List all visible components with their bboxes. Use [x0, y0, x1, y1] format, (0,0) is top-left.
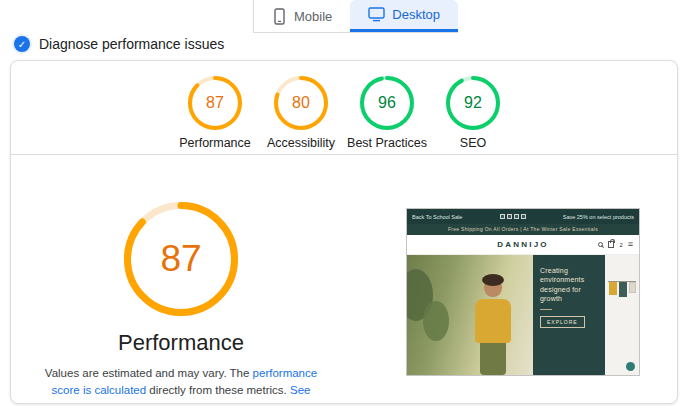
category-score-accessibility[interactable]: 80 Accessibility [258, 75, 344, 150]
performance-description: Values are estimated and may vary. The p… [34, 365, 329, 404]
tab-mobile[interactable]: Mobile [254, 0, 350, 32]
hamburger-menu-icon: ≡ [628, 240, 633, 249]
child-photo-figure [473, 277, 513, 375]
performance-score: 87 [187, 75, 243, 131]
preview-sub-banner: Free Shipping On All Orders | At The Win… [407, 224, 639, 235]
tab-desktop[interactable]: Desktop [350, 0, 458, 32]
diagnose-row: ✓ Diagnose performance issues [14, 36, 224, 52]
performance-heading: Performance [11, 330, 351, 356]
accessibility-label: Accessibility [258, 136, 344, 150]
search-icon [598, 242, 603, 247]
best-practices-label: Best Practices [344, 136, 430, 150]
diagnose-toggle-icon[interactable]: ✓ [14, 36, 30, 52]
best-practices-score: 96 [359, 75, 415, 131]
preview-banner-right-text: Save 25% on select products [563, 214, 634, 220]
plant-decoration [423, 301, 449, 341]
accessibility-gauge: 80 [273, 75, 329, 131]
preview-top-banner: Back To School Sale Save 25% on select p… [407, 209, 639, 224]
performance-section: 87 Performance Values are estimated and … [11, 161, 351, 404]
preview-brand-logo: DANNIJO [497, 240, 548, 249]
report-card: 87 Performance 80 Accessibility 96 Best … [10, 60, 678, 404]
mobile-phone-icon [272, 8, 287, 25]
diagnose-label: Diagnose performance issues [39, 36, 224, 52]
performance-gauge: 87 [187, 75, 243, 131]
preview-nav-icons: 2 ≡ [598, 240, 633, 249]
seo-label: SEO [430, 136, 516, 150]
best-practices-gauge: 96 [359, 75, 415, 131]
chat-widget-icon [626, 362, 635, 371]
preview-banner-left-text: Back To School Sale [412, 214, 462, 220]
preview-hero-title: Creating environments designed for growt… [533, 255, 605, 304]
preview-hero-photo: Creating environments designed for growt… [407, 255, 639, 375]
preview-explore-button: EXPLORE [540, 316, 585, 328]
main-performance-gauge: 87 [123, 201, 239, 317]
category-score-performance[interactable]: 87 Performance [172, 75, 258, 150]
performance-label: Performance [172, 136, 258, 150]
description-text-1: Values are estimated and may vary. The [45, 367, 253, 379]
category-scores: 87 Performance 80 Accessibility 96 Best … [11, 61, 677, 150]
category-score-best-practices[interactable]: 96 Best Practices [344, 75, 430, 150]
tab-desktop-label: Desktop [392, 7, 440, 22]
clothes-rack [605, 255, 639, 375]
desktop-monitor-icon [368, 7, 385, 22]
card-divider [11, 154, 677, 155]
preview-cart-count: 2 [619, 242, 622, 248]
description-text-2: directly from these metrics. [146, 384, 290, 396]
preview-nav-bar: DANNIJO 2 ≡ [407, 235, 639, 255]
countdown-boxes-icon [499, 214, 527, 219]
seo-gauge: 92 [445, 75, 501, 131]
main-performance-score: 87 [123, 201, 239, 317]
seo-score: 92 [445, 75, 501, 131]
accessibility-score: 80 [273, 75, 329, 131]
page-screenshot-preview: Back To School Sale Save 25% on select p… [406, 208, 640, 376]
tab-mobile-label: Mobile [294, 9, 332, 24]
preview-hero-panel: Creating environments designed for growt… [533, 255, 605, 375]
shopping-bag-icon [608, 241, 614, 248]
device-tabs: Mobile Desktop [253, 0, 458, 33]
category-score-seo[interactable]: 92 SEO [430, 75, 516, 150]
